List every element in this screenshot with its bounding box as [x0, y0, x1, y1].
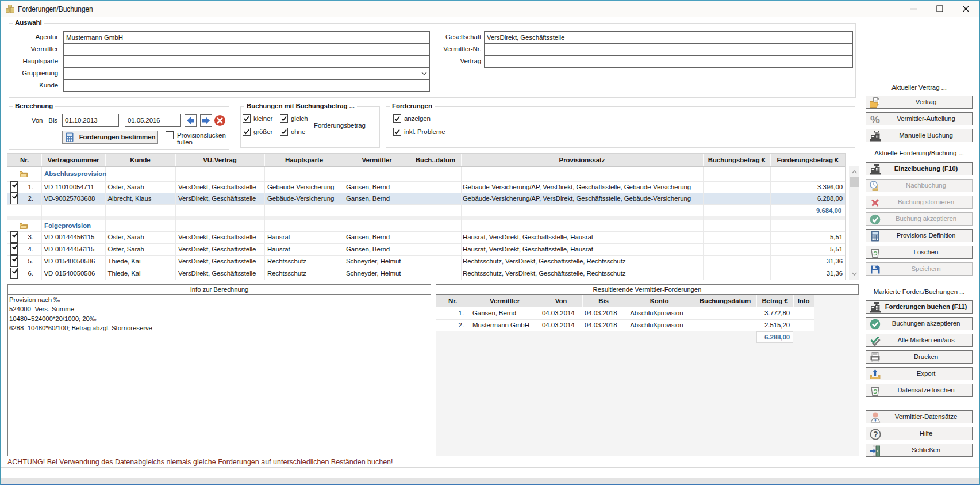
svg-text:%: % [870, 113, 880, 125]
svg-text:?: ? [873, 430, 878, 439]
